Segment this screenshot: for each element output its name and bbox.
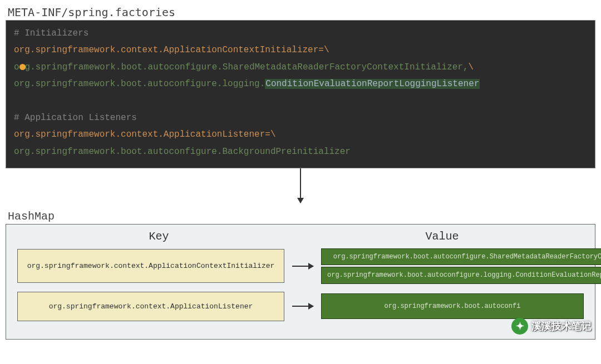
map-key-box: org.springframework.context.ApplicationC… (17, 249, 284, 283)
column-header-key: Key (17, 230, 300, 243)
wechat-icon: ✦ (511, 318, 528, 335)
code-block: # Initializers org.springframework.conte… (6, 20, 595, 168)
file-title: META-INF/spring.factories (8, 6, 595, 19)
map-row: org.springframework.context.ApplicationL… (17, 292, 584, 321)
code-comment: # Initializers (14, 28, 88, 38)
column-header-value: Value (300, 230, 584, 243)
code-value: g.springframework.boot.autoconfigure.Sha… (25, 62, 469, 72)
code-value: org.springframework.boot.autoconfigure.B… (14, 147, 351, 157)
code-highlight: ConditionEvaluationReportLoggingListener (265, 79, 480, 89)
code-key: org.springframework.context.ApplicationL… (14, 129, 270, 139)
blank-line (14, 93, 587, 109)
code-key: org.springframework.context.ApplicationC… (14, 45, 324, 55)
hashmap-title: HashMap (8, 210, 595, 223)
code-value: org.springframework.boot.autoconfigure.l… (14, 79, 265, 89)
line-continuation: \ (324, 45, 329, 55)
line-continuation: \ (469, 62, 474, 72)
hashmap-box: Key Value org.springframework.context.Ap… (6, 224, 595, 339)
map-value-box: org.springframework.boot.autoconfigure.S… (321, 248, 601, 265)
code-comment: # Application Listeners (14, 113, 137, 123)
arrow-right-icon (292, 306, 313, 307)
watermark-text: 溪溪技术笔记 (531, 320, 592, 333)
map-value-box: org.springframework.boot.autoconfi (321, 293, 584, 319)
watermark: ✦ 溪溪技术笔记 (511, 318, 592, 335)
arrow-down (6, 168, 595, 210)
arrow-right-icon (292, 266, 313, 267)
line-continuation: \ (270, 129, 276, 139)
code-value: o (14, 62, 19, 72)
map-key-box: org.springframework.context.ApplicationL… (17, 292, 284, 321)
map-value-box: org.springframework.boot.autoconfigure.l… (321, 267, 601, 283)
lightbulb-icon[interactable] (19, 64, 26, 70)
map-row: org.springframework.context.ApplicationC… (17, 248, 584, 283)
